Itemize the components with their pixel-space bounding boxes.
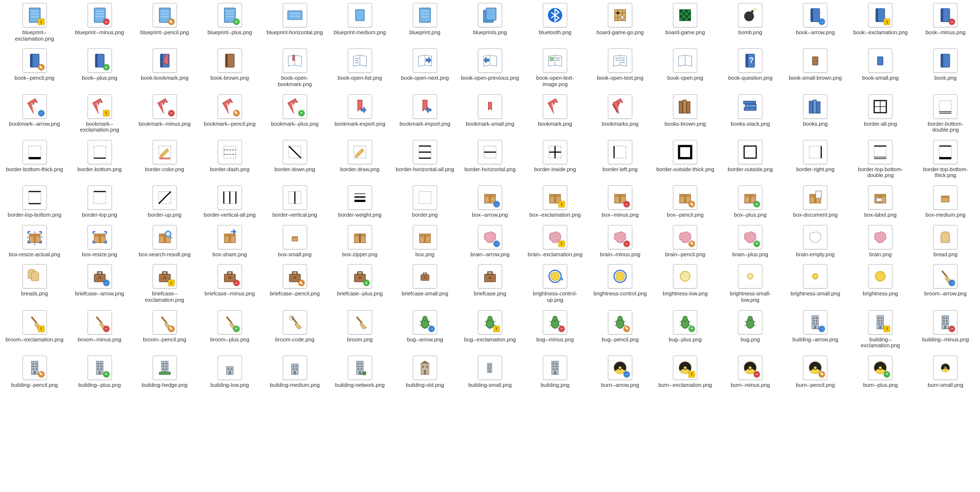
- file-item[interactable]: →building--arrow.png: [783, 310, 848, 349]
- file-item[interactable]: box-small.png: [262, 225, 327, 258]
- file-item[interactable]: border-weight.png: [327, 185, 392, 218]
- file-item[interactable]: box.png: [392, 225, 457, 258]
- file-item[interactable]: border-outside.png: [718, 140, 783, 179]
- file-item[interactable]: !box--exclamation.png: [523, 185, 588, 218]
- file-item[interactable]: blueprint-horizontal.png: [262, 3, 327, 42]
- file-item[interactable]: ✎book--pencil.png: [2, 48, 67, 87]
- file-item[interactable]: !book--exclamation.png: [848, 3, 913, 42]
- file-item[interactable]: →broom--arrow.png: [913, 264, 978, 303]
- file-item[interactable]: !burn--exclamation.png: [653, 356, 718, 388]
- file-item[interactable]: !building--exclamation.png: [848, 310, 913, 349]
- file-item[interactable]: ✎briefcase--pencil.png: [262, 264, 327, 303]
- file-item[interactable]: bookmark-import.png: [392, 94, 457, 133]
- file-item[interactable]: +bug--plus.png: [653, 310, 718, 349]
- file-item[interactable]: box-search-result.png: [132, 225, 197, 258]
- file-item[interactable]: board-game-go.png: [588, 3, 653, 42]
- file-item[interactable]: ✎brain--pencil.png: [653, 225, 718, 258]
- file-item[interactable]: border-draw.png: [327, 140, 392, 179]
- file-item[interactable]: →bookmark--arrow.png: [2, 94, 67, 133]
- file-item[interactable]: !briefcase--exclamation.png: [132, 264, 197, 303]
- file-item[interactable]: border-top-bottom.png: [2, 185, 67, 218]
- file-item[interactable]: →box--arrow.png: [457, 185, 522, 218]
- file-item[interactable]: brightness-control.png: [588, 264, 653, 303]
- file-item[interactable]: building-low.png: [197, 356, 262, 388]
- file-item[interactable]: border-inside.png: [523, 140, 588, 179]
- file-item[interactable]: border.png: [392, 185, 457, 218]
- file-item[interactable]: border-all.png: [848, 94, 913, 133]
- file-item[interactable]: −building--minus.png: [913, 310, 978, 349]
- file-item[interactable]: −brain--minus.png: [588, 225, 653, 258]
- file-item[interactable]: !broom--exclamation.png: [2, 310, 67, 349]
- file-item[interactable]: →brain--arrow.png: [457, 225, 522, 258]
- file-item[interactable]: border-vertical.png: [262, 185, 327, 218]
- file-item[interactable]: board-game.png: [653, 3, 718, 42]
- file-item[interactable]: burn-small.png: [913, 356, 978, 388]
- file-item[interactable]: !bug--exclamation.png: [457, 310, 522, 349]
- file-item[interactable]: bookmarks.png: [588, 94, 653, 133]
- file-item[interactable]: book-bookmark.png: [132, 48, 197, 87]
- file-item[interactable]: border-vertical-all.png: [197, 185, 262, 218]
- file-item[interactable]: border-bottom-thick.png: [2, 140, 67, 179]
- file-item[interactable]: −bug--minus.png: [523, 310, 588, 349]
- file-item[interactable]: ?book-question.png: [718, 48, 783, 87]
- file-item[interactable]: box-zipper.png: [327, 225, 392, 258]
- file-item[interactable]: →burn--arrow.png: [588, 356, 653, 388]
- file-item[interactable]: box-resize-actual.png: [2, 225, 67, 258]
- file-item[interactable]: ✎building--pencil.png: [2, 356, 67, 388]
- file-item[interactable]: −box--minus.png: [588, 185, 653, 218]
- file-item[interactable]: bread.png: [913, 225, 978, 258]
- file-item[interactable]: −burn--minus.png: [718, 356, 783, 388]
- file-item[interactable]: border-color.png: [132, 140, 197, 179]
- file-item[interactable]: box-resize.png: [67, 225, 132, 258]
- file-item[interactable]: blueprints.png: [457, 3, 522, 42]
- file-item[interactable]: −bookmark--minus.png: [132, 94, 197, 133]
- file-item[interactable]: blueprint-medium.png: [327, 3, 392, 42]
- file-item[interactable]: books-brown.png: [653, 94, 718, 133]
- file-item[interactable]: book-brown.png: [197, 48, 262, 87]
- file-item[interactable]: →briefcase--arrow.png: [67, 264, 132, 303]
- file-item[interactable]: ✎bug--pencil.png: [588, 310, 653, 349]
- file-item[interactable]: brain.png: [848, 225, 913, 258]
- file-item[interactable]: −blueprint--minus.png: [67, 3, 132, 42]
- file-item[interactable]: border-horizontal-all.png: [392, 140, 457, 179]
- file-item[interactable]: +briefcase--plus.png: [327, 264, 392, 303]
- file-item[interactable]: −book--minus.png: [913, 3, 978, 42]
- file-item[interactable]: +blueprint--plus.png: [197, 3, 262, 42]
- file-item[interactable]: book-open-previous.png: [457, 48, 522, 87]
- file-item[interactable]: !blueprint--exclamation.png: [2, 3, 67, 42]
- file-item[interactable]: building-hedge.png: [132, 356, 197, 388]
- file-item[interactable]: bookmark-export.png: [327, 94, 392, 133]
- file-item[interactable]: border-down.png: [262, 140, 327, 179]
- file-item[interactable]: border-left.png: [588, 140, 653, 179]
- file-item[interactable]: broom.png: [327, 310, 392, 349]
- file-item[interactable]: border-dash.png: [197, 140, 262, 179]
- file-item[interactable]: ✎bookmark--pencil.png: [197, 94, 262, 133]
- file-item[interactable]: book-open-bookmark.png: [262, 48, 327, 87]
- file-item[interactable]: building-small.png: [457, 356, 522, 388]
- file-item[interactable]: box-document.png: [783, 185, 848, 218]
- file-item[interactable]: +brain--plus.png: [718, 225, 783, 258]
- file-item[interactable]: blueprint.png: [392, 3, 457, 42]
- file-item[interactable]: border-top.png: [67, 185, 132, 218]
- file-item[interactable]: book-open-text-image.png: [523, 48, 588, 87]
- file-item[interactable]: −briefcase--minus.png: [197, 264, 262, 303]
- file-item[interactable]: brightness-small-low.png: [718, 264, 783, 303]
- file-item[interactable]: book-open-list.png: [327, 48, 392, 87]
- file-item[interactable]: +broom--plus.png: [197, 310, 262, 349]
- file-item[interactable]: border-bottom.png: [67, 140, 132, 179]
- file-item[interactable]: building-medium.png: [262, 356, 327, 388]
- file-item[interactable]: ✎blueprint--pencil.png: [132, 3, 197, 42]
- file-item[interactable]: brain-empty.png: [783, 225, 848, 258]
- file-item[interactable]: briefcase.png: [457, 264, 522, 303]
- file-item[interactable]: +bookmark--plus.png: [262, 94, 327, 133]
- file-item[interactable]: border-top-bottom-thick.png: [913, 140, 978, 179]
- file-item[interactable]: book-small-brown.png: [783, 48, 848, 87]
- file-item[interactable]: broom-code.png: [262, 310, 327, 349]
- file-item[interactable]: box-label.png: [848, 185, 913, 218]
- file-item[interactable]: book.png: [913, 48, 978, 87]
- file-item[interactable]: !bookmark--exclamation.png: [67, 94, 132, 133]
- file-item[interactable]: book-open.png: [653, 48, 718, 87]
- file-item[interactable]: brightness-control-up.png: [523, 264, 588, 303]
- file-item[interactable]: bookmark-small.png: [457, 94, 522, 133]
- file-item[interactable]: +building--plus.png: [67, 356, 132, 388]
